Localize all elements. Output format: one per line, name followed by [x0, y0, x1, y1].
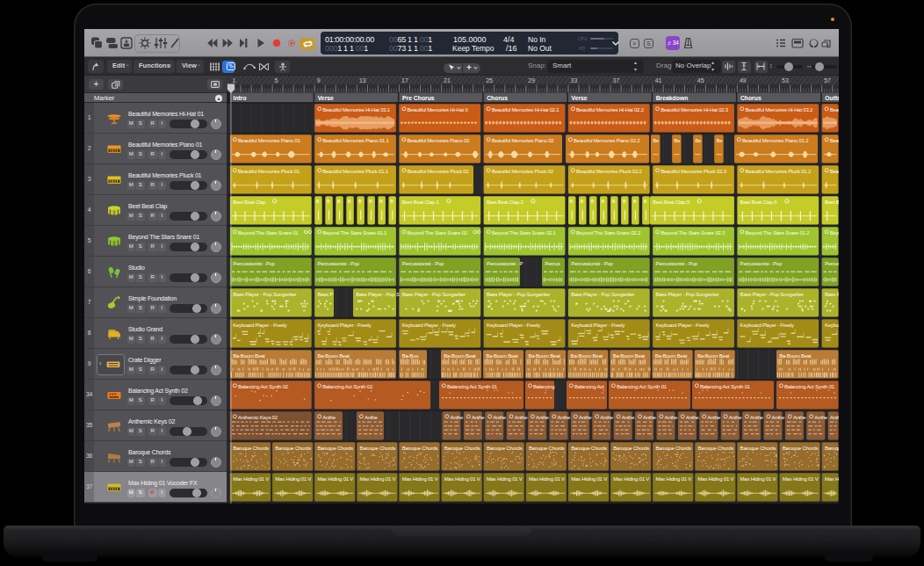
- svg-text:Percussionist - Pop: Percussionist - Pop: [655, 261, 697, 266]
- svg-text:Balancing: Balancing: [533, 384, 554, 389]
- svg-text:Bass Pla: Bass Pla: [825, 292, 839, 297]
- svg-text:Beautiful Memories Pluck 02: Beautiful Memories Pluck 02: [408, 169, 470, 174]
- svg-text:13: 13: [359, 77, 366, 83]
- svg-text:Beautifu: Beautifu: [830, 138, 839, 143]
- svg-text:Anthe: Anthe: [622, 415, 635, 420]
- svg-text:Beautiful Memories Pluck 02: Beautiful Memories Pluck 02: [492, 169, 554, 174]
- svg-text:Keyboard Player - Freely: Keyboard Player - Freely: [740, 323, 794, 328]
- svg-text:5: 5: [275, 77, 278, 83]
- svg-text:Beautiful Memories Pluck 01.1: Beautiful Memories Pluck 01.1: [322, 169, 389, 174]
- svg-text:Baroque Chords: Baroque Chords: [740, 446, 776, 451]
- svg-text:Balancing Act Synth 01: Balancing Act Synth 01: [700, 384, 751, 389]
- svg-text:Beyond The Stars Snare 02: Beyond The Stars Snare 02: [408, 230, 468, 236]
- svg-text:Beautiful Memories Pluck 02.2: Beautiful Memories Pluck 02.2: [576, 169, 643, 174]
- svg-text:53: 53: [782, 77, 789, 83]
- svg-text:Max Hiding 01 V: Max Hiding 01 V: [655, 476, 691, 482]
- svg-text:B: B: [390, 199, 393, 204]
- svg-text:Bass Player - Pop Songwriter: Bass Player - Pop Songwriter: [740, 292, 804, 297]
- svg-text:Max Hiding 01 V: Max Hiding 01 V: [444, 476, 480, 482]
- svg-text:Pre Chorus: Pre Chorus: [402, 95, 435, 101]
- svg-text:Beautiful Memories Hi-Hat 0: Beautiful Memories Hi-Hat 0: [408, 107, 469, 112]
- svg-text:Beautiful Memories Pluck 01.2: Beautiful Memories Pluck 01.2: [745, 169, 812, 174]
- svg-text:Beautiful Memories Pluck 01: Beautiful Memories Pluck 01: [238, 169, 300, 174]
- svg-text:Max Hid: Max Hid: [825, 476, 839, 482]
- svg-text:Max Hiding 01 V: Max Hiding 01 V: [402, 476, 438, 482]
- svg-text:Anthe: Anthe: [729, 415, 742, 420]
- svg-text:Max Hiding 01 V: Max Hiding 01 V: [233, 476, 269, 482]
- svg-text:Anthe: Anthe: [558, 415, 571, 420]
- svg-text:Percussionist - P: Percussionist - P: [487, 261, 523, 266]
- svg-text:Beautiful Memories Hi-Hat 03.1: Beautiful Memories Hi-Hat 03.1: [322, 107, 391, 112]
- svg-text:21: 21: [444, 77, 451, 83]
- svg-text:Beyond The Stars Snare 02.1: Beyond The Stars Snare 02.1: [492, 230, 557, 236]
- svg-text:B: B: [570, 199, 574, 204]
- svg-text:Beyond The Stars Snare 01.1: Beyond The Stars Snare 01.1: [322, 230, 387, 236]
- svg-text:Ba-Boo: Ba-Boo: [402, 353, 420, 359]
- svg-text:Beet Beat Clap.6: Beet Beat Clap.6: [740, 200, 778, 205]
- svg-text:Bass Player - Pop Songwriter: Bass Player - Pop Songwriter: [655, 292, 718, 297]
- svg-text:17: 17: [401, 77, 408, 83]
- svg-text:Percussionist - Pop: Percussionist - Pop: [233, 261, 275, 266]
- svg-text:Anthe: Anthe: [665, 415, 678, 420]
- svg-text:B: B: [602, 199, 605, 204]
- svg-text:Anthe: Anthe: [643, 415, 656, 420]
- svg-text:45: 45: [697, 77, 704, 83]
- svg-text:Percussionist - Pop: Percussionist - Pop: [402, 261, 444, 266]
- svg-text:33: 33: [571, 77, 578, 83]
- svg-text:25: 25: [486, 77, 493, 83]
- svg-text:37: 37: [613, 77, 620, 83]
- svg-text:Anthe: Anthe: [536, 415, 549, 420]
- svg-text:Keyboar: Keyboar: [825, 323, 839, 328]
- svg-text:Beautiful Memories Piano 02.2: Beautiful Memories Piano 02.2: [574, 138, 640, 143]
- svg-text:Beautiful Memories Piano 02: Beautiful Memories Piano 02: [492, 138, 555, 143]
- svg-text:Keyboard Player - Freely: Keyboard Player - Freely: [233, 323, 286, 328]
- svg-text:Ba-Boom Beat: Ba-Boom Beat: [779, 353, 812, 359]
- svg-text:Anthe: Anthe: [322, 415, 336, 420]
- svg-text:B: B: [581, 199, 584, 204]
- svg-text:Max Hiding 01 V: Max Hiding 01 V: [360, 476, 396, 482]
- svg-text:B: B: [623, 199, 626, 204]
- svg-text:Baroqu: Baroqu: [825, 446, 839, 451]
- svg-text:Beet Beat Clap: Beet Beat Clap: [233, 200, 266, 205]
- svg-text:Beet Bea: Beet Bea: [825, 200, 839, 205]
- svg-text:Anthe: Anthe: [515, 415, 528, 420]
- svg-text:Keyboard Player - Freely: Keyboard Player - Freely: [402, 323, 456, 328]
- svg-text:41: 41: [655, 77, 662, 83]
- svg-text:Ba-Boom Beat: Ba-Boom Beat: [613, 353, 646, 359]
- svg-text:9: 9: [317, 77, 321, 83]
- svg-text:Max Hiding 01 V: Max Hiding 01 V: [275, 476, 311, 482]
- svg-text:Baroque Chords: Baroque Chords: [655, 446, 691, 451]
- svg-text:B: B: [633, 199, 637, 204]
- svg-text:Beautiful Memories Hi-Hat 02.1: Beautiful Memories Hi-Hat 02.1: [492, 107, 560, 112]
- svg-text:Baroque Chords: Baroque Chords: [571, 446, 607, 451]
- svg-text:Ba-Boom Beat: Ba-Boom Beat: [317, 353, 350, 359]
- svg-text:Bass Player - Pop Songwriter: Bass Player - Pop Songwriter: [233, 292, 296, 297]
- svg-text:Keyboard Player - Freely: Keyboard Player - Freely: [571, 323, 624, 328]
- svg-text:Bass Player - Pop Songwriter: Bass Player - Pop Songwriter: [487, 292, 550, 297]
- svg-text:Beyond The Stars Snare 01.2: Beyond The Stars Snare 01.2: [745, 230, 810, 236]
- svg-text:49: 49: [740, 77, 747, 83]
- svg-text:Beautiful Memories Hi-Hat 02.2: Beautiful Memories Hi-Hat 02.2: [576, 107, 645, 112]
- svg-text:Balancing Act Synth 02: Balancing Act Synth 02: [238, 384, 289, 389]
- svg-text:Ba-Boom Beat: Ba-Boom Beat: [571, 353, 603, 359]
- svg-text:Verse: Verse: [572, 95, 588, 101]
- svg-text:B: B: [348, 199, 351, 204]
- svg-text:Bass Player - Pop Songwriter: Bass Player - Pop Songwriter: [402, 292, 466, 297]
- svg-text:Bass Player - Pop So: Bass Player - Pop So: [356, 292, 403, 297]
- svg-text:Beet Beat Clap.5: Beet Beat Clap.5: [653, 200, 690, 205]
- svg-text:Ba-Boom Beat: Ba-Boom Beat: [444, 353, 476, 359]
- svg-text:B: B: [327, 199, 330, 204]
- svg-text:Balancing Act Synth 01: Balancing Act Synth 01: [617, 384, 668, 389]
- svg-text:1: 1: [233, 77, 236, 83]
- svg-text:Bass Player - Pop Songwriter: Bass Player - Pop Songwriter: [571, 292, 634, 297]
- svg-text:Anthe: Anthe: [707, 415, 720, 420]
- svg-text:Ba-Boom Beat: Ba-Boom Beat: [528, 353, 560, 359]
- svg-text:Be: Be: [695, 138, 702, 143]
- svg-text:Percussionist - Pop: Percussionist - Pop: [571, 261, 613, 266]
- svg-text:Anthe: Anthe: [365, 415, 378, 420]
- svg-text:Beyond The Stars Snare 02.2: Beyond The Stars Snare 02.2: [576, 230, 641, 236]
- svg-text:Baroque Chords: Baroque Chords: [487, 446, 523, 451]
- svg-text:Percussionist - Pop: Percussionist - Pop: [317, 261, 359, 266]
- svg-text:Percussi: Percussi: [825, 261, 839, 266]
- svg-text:Beautifu: Beautifu: [830, 169, 839, 174]
